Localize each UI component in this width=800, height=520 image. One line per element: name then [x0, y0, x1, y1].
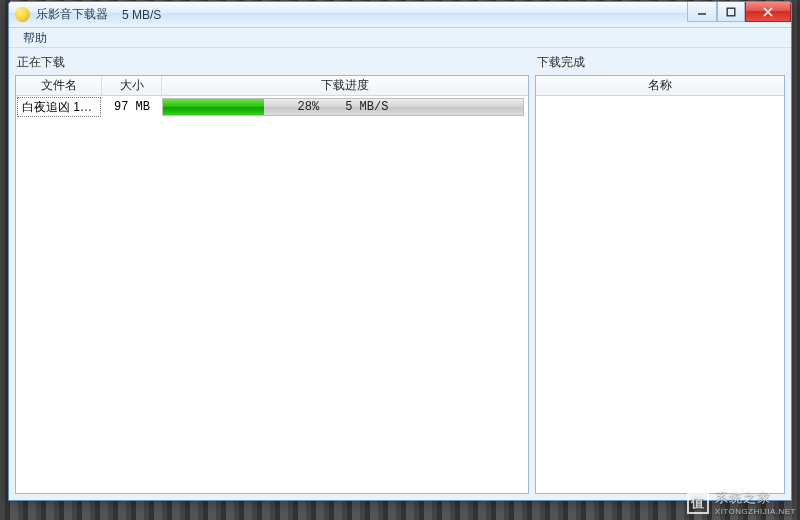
download-row[interactable]: 白夜追凶 15.mp4 97 MB 28% 5 MB/S: [16, 96, 528, 118]
completed-list[interactable]: 名称: [535, 75, 785, 494]
progress-bar: 28% 5 MB/S: [162, 98, 524, 116]
maximize-button[interactable]: [717, 2, 745, 22]
completed-panel: 下载完成 名称: [535, 52, 785, 494]
close-icon: [763, 7, 773, 17]
progress-percent: 28%: [298, 100, 320, 114]
col-name[interactable]: 名称: [536, 76, 784, 95]
window-controls: [687, 2, 791, 22]
window-title: 乐影音下载器: [36, 6, 108, 23]
menu-help[interactable]: 帮助: [17, 29, 53, 47]
watermark-brand: 系统之家: [715, 490, 771, 505]
minimize-icon: [697, 7, 707, 17]
progress-speed: 5 MB/S: [345, 100, 388, 114]
cell-size: 97 MB: [102, 100, 162, 114]
titlebar[interactable]: 乐影音下载器 5 MB/S: [9, 2, 791, 28]
progress-labels: 28% 5 MB/S: [163, 99, 523, 115]
menubar: 帮助: [9, 28, 791, 48]
close-button[interactable]: [745, 2, 791, 22]
col-filename[interactable]: 文件名: [16, 76, 102, 95]
watermark: 值 系统之家 XITONGZHIJIA.NET: [687, 489, 796, 516]
minimize-button[interactable]: [687, 2, 717, 22]
maximize-icon: [726, 7, 736, 17]
completed-title: 下载完成: [535, 52, 785, 75]
cell-filename: 白夜追凶 15.mp4: [17, 97, 101, 117]
client-area: 正在下载 文件名 大小 下载进度 白夜追凶 15.mp4 97 MB 28%: [9, 48, 791, 500]
col-size[interactable]: 大小: [102, 76, 162, 95]
titlebar-speed: 5 MB/S: [122, 8, 161, 22]
watermark-logo-icon: 值: [687, 492, 709, 514]
col-progress[interactable]: 下载进度: [162, 76, 528, 95]
svg-rect-1: [727, 8, 735, 16]
completed-header: 名称: [536, 76, 784, 96]
app-window: 乐影音下载器 5 MB/S 帮助 正在下载 文件名 大小 下载进度: [8, 1, 792, 501]
downloading-header: 文件名 大小 下载进度: [16, 76, 528, 96]
watermark-sub: XITONGZHIJIA.NET: [715, 507, 796, 516]
cell-progress: 28% 5 MB/S: [162, 96, 528, 118]
downloading-title: 正在下载: [15, 52, 529, 75]
downloading-panel: 正在下载 文件名 大小 下载进度 白夜追凶 15.mp4 97 MB 28%: [15, 52, 529, 494]
downloading-list[interactable]: 文件名 大小 下载进度 白夜追凶 15.mp4 97 MB 28% 5 MB/S: [15, 75, 529, 494]
app-icon: [15, 7, 30, 22]
